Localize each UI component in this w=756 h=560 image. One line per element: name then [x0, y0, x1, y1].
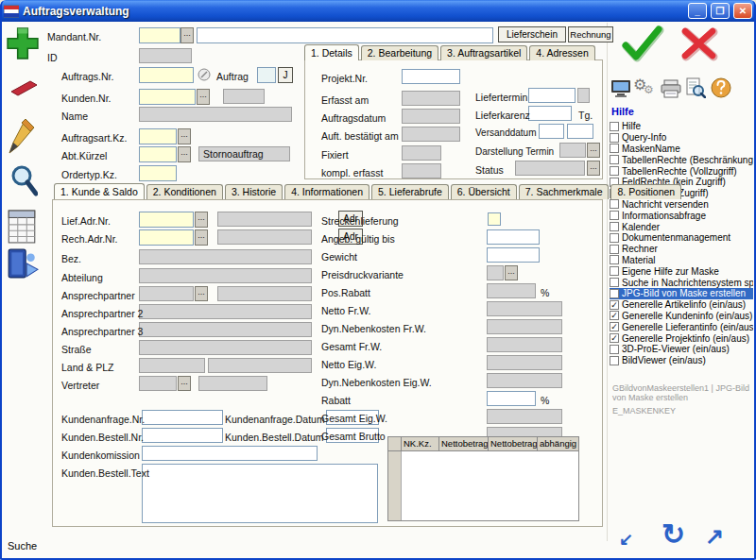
- ansprechpartner-lookup-button[interactable]: ...: [195, 286, 208, 301]
- checkbox-icon[interactable]: [610, 199, 619, 209]
- checkbox-icon[interactable]: [610, 166, 619, 176]
- rech-adr-lookup-button[interactable]: ...: [195, 229, 208, 246]
- versanddatum-input-1[interactable]: [539, 124, 564, 139]
- help-item-generelle-artikelinfo[interactable]: ✓Generelle Artikelinfo (ein/aus): [610, 299, 753, 311]
- lief-adr-lookup-button[interactable]: ...: [195, 212, 208, 228]
- checkbox-icon[interactable]: [610, 133, 619, 143]
- rech-adr-nr-input[interactable]: [139, 229, 194, 246]
- edit-record-button[interactable]: [8, 117, 36, 159]
- lief-adr-nr-input[interactable]: [139, 212, 194, 228]
- search-record-button[interactable]: [9, 164, 38, 202]
- versanddatum-input-2[interactable]: [567, 124, 593, 139]
- arrow-southwest-button[interactable]: ↙: [619, 529, 633, 550]
- help-item-rechner[interactable]: Rechner: [610, 244, 753, 255]
- ordertyp-kz-input[interactable]: [139, 165, 177, 181]
- angeb-gueltig-bis-input[interactable]: [487, 229, 540, 245]
- tab-positionen[interactable]: 8. Positionen: [610, 184, 681, 199]
- darstellung-termin-button[interactable]: ...: [587, 143, 600, 158]
- help-item-dokumentenmanagement[interactable]: Dokumentenmanagement: [610, 232, 753, 244]
- rabatt-input[interactable]: [487, 391, 536, 406]
- rechnung-button[interactable]: Rechnung: [568, 26, 613, 42]
- help-item-material[interactable]: Material: [610, 255, 753, 266]
- checkbox-icon[interactable]: [610, 278, 619, 287]
- checkbox-icon[interactable]: [610, 255, 619, 264]
- abt-kuerzel-lookup-button[interactable]: ...: [178, 146, 191, 162]
- liefertermin-input[interactable]: [528, 88, 576, 103]
- checkbox-checked-icon[interactable]: ✓: [610, 322, 619, 331]
- auftrag-j-button[interactable]: J: [278, 67, 293, 83]
- tab-bearbeitung[interactable]: 2. Bearbeitung: [361, 45, 438, 60]
- delete-record-button[interactable]: [7, 79, 39, 100]
- help-item-query-info[interactable]: Query-Info: [610, 132, 753, 144]
- close-button[interactable]: ✕: [733, 3, 752, 19]
- help-item-maskenname[interactable]: MaskenName: [610, 144, 753, 155]
- help-item-nachricht-versenden[interactable]: Nachricht versenden: [610, 199, 753, 211]
- help-item-tabellenrechte-vollzugriff[interactable]: TabellenRechte (Vollzugriff): [610, 165, 753, 177]
- kunden-nr-input[interactable]: [139, 89, 196, 105]
- tab-konditionen[interactable]: 2. Konditionen: [146, 184, 223, 199]
- help-item-generelle-kundeninfo[interactable]: ✓Generelle Kundeninfo (ein/aus): [610, 311, 753, 322]
- help-item-generelle-lieferantinfo[interactable]: ✓Generelle Lieferantinfo (ein/aus): [610, 321, 753, 332]
- refresh-arrow-button[interactable]: ↻: [662, 518, 685, 551]
- help-item-hilfe[interactable]: Hilfe: [610, 121, 753, 132]
- help-item-informationsabfrage[interactable]: Informationsabfrage: [610, 210, 753, 221]
- kundenkomission-input[interactable]: [142, 446, 318, 461]
- checkbox-icon[interactable]: [610, 345, 619, 354]
- kunden-nr-lookup-button[interactable]: ...: [197, 89, 210, 105]
- checkbox-checked-icon[interactable]: ✓: [610, 300, 619, 310]
- preview-search-button[interactable]: [685, 77, 706, 102]
- settings-button[interactable]: ⚙ ⚙: [633, 76, 658, 98]
- lieferkarenz-input[interactable]: [528, 106, 572, 121]
- tab-sachmerkmale[interactable]: 7. Sachmerkmale: [519, 184, 610, 199]
- auftrags-nr-input[interactable]: [139, 67, 194, 83]
- checkbox-checked-icon[interactable]: ✓: [610, 333, 619, 343]
- tab-uebersicht[interactable]: 6. Übersicht: [451, 184, 517, 199]
- grid-view-button[interactable]: [8, 210, 36, 247]
- auftragsart-kz-input[interactable]: [139, 128, 177, 144]
- checkbox-icon[interactable]: [610, 122, 619, 131]
- minimize-button[interactable]: _: [688, 3, 707, 19]
- tab-auftragsartikel[interactable]: 3. Auftragsartikel: [440, 45, 527, 60]
- streckenlieferung-checkbox[interactable]: [488, 212, 501, 226]
- ok-button[interactable]: [620, 25, 665, 68]
- info-icon[interactable]: [198, 68, 211, 81]
- mandant-lookup-button[interactable]: ...: [180, 27, 194, 43]
- checkbox-icon[interactable]: [610, 211, 619, 220]
- projekt-nr-input[interactable]: [402, 69, 460, 84]
- kunden-bestell-nr-input[interactable]: [142, 428, 223, 443]
- checkbox-icon[interactable]: [610, 155, 619, 164]
- kundenanfrage-nr-input[interactable]: [142, 410, 223, 425]
- tab-kunde-saldo[interactable]: 1. Kunde & Saldo: [54, 183, 145, 199]
- tab-details[interactable]: 1. Details: [304, 44, 359, 60]
- help-item-kalender[interactable]: Kalender: [610, 221, 753, 232]
- help-button[interactable]: [711, 77, 731, 102]
- screen-button[interactable]: [610, 79, 631, 102]
- gewicht-input[interactable]: [487, 247, 540, 263]
- lieferschein-button[interactable]: Lieferschein: [498, 26, 566, 42]
- tab-informationen[interactable]: 4. Informationen: [284, 184, 369, 199]
- help-item-3d-proe-viewer[interactable]: 3D-ProE-Viewer (ein/aus): [610, 344, 753, 355]
- help-item-tabellenrechte-beschraenkung[interactable]: TabellenRechte (Beschränkung): [610, 154, 753, 165]
- cancel-button[interactable]: [679, 26, 720, 66]
- kunden-bestell-text-textarea[interactable]: [142, 464, 378, 523]
- tab-lieferabrufe[interactable]: 5. Lieferabrufe: [371, 184, 449, 199]
- checkbox-icon[interactable]: [610, 233, 619, 243]
- abt-kuerzel-input[interactable]: [139, 146, 177, 162]
- auftrag-flag-input[interactable]: [257, 67, 276, 83]
- checkbox-icon[interactable]: [610, 289, 619, 298]
- mandant-input[interactable]: [139, 27, 180, 43]
- tab-adressen[interactable]: 4. Adressen: [529, 45, 594, 60]
- nebenkosten-table[interactable]: NK.Kz. Nettobetrag Nettobetrag abhängig …: [387, 436, 579, 521]
- vertreter-lookup-button[interactable]: ...: [178, 376, 191, 391]
- status-dropdown-button[interactable]: ...: [587, 161, 600, 176]
- print-button[interactable]: [660, 79, 682, 102]
- add-record-button[interactable]: [6, 26, 40, 64]
- maximize-button[interactable]: ❐: [711, 3, 730, 19]
- checkbox-icon[interactable]: [610, 356, 619, 365]
- arrow-northeast-button[interactable]: ↗: [705, 523, 724, 550]
- checkbox-icon[interactable]: [610, 245, 619, 254]
- help-item-suche-nachrichtensystem[interactable]: Suche in Nachrichtensystem speich: [610, 277, 753, 288]
- help-item-generelle-projektinfo[interactable]: ✓Generelle Projektinfo (ein/aus): [610, 332, 753, 344]
- exit-button[interactable]: [7, 247, 39, 283]
- help-item-eigene-hilfe[interactable]: Eigene Hilfe zur Maske: [610, 265, 753, 277]
